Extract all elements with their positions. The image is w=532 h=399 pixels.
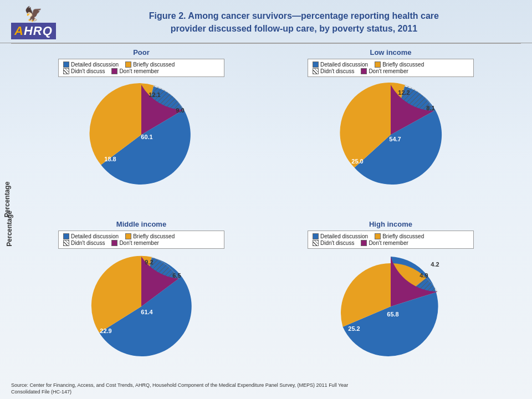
legend-briefly-2: Briefly discussed xyxy=(382,62,424,68)
chart-high-income-legend: Detailed discussion Briefly discussed Di… xyxy=(308,231,474,249)
legend-swatch-hatched-4 xyxy=(313,240,319,246)
legend-briefly-3: Briefly discussed xyxy=(133,233,175,239)
legend-detailed-4: Detailed discussion xyxy=(320,233,368,239)
legend-swatch-gold-3 xyxy=(125,233,131,239)
legend-swatch-purple-2 xyxy=(361,68,367,74)
pie-poor-svg xyxy=(86,79,197,190)
chart-low-income-legend: Detailed discussion Briefly discussed Di… xyxy=(308,59,474,77)
legend-didnt: Didn't discuss xyxy=(71,68,105,74)
pie-low-income: 54.7 25.0 12.2 8.1 xyxy=(335,79,446,190)
y-axis-label: Percentage xyxy=(6,211,13,247)
pie-high-income: 65.8 25.2 4.9 4.2 xyxy=(335,251,446,362)
ahrq-logo: AHRQ xyxy=(11,23,56,39)
legend-briefly: Briefly discussed xyxy=(133,62,175,68)
chart-high-income-title: High income xyxy=(369,220,412,228)
pie-low-income-svg xyxy=(335,79,446,190)
chart-high-income: High income Detailed discussion Briefly … xyxy=(266,216,515,387)
pie-middle-income: 61.4 22.9 9.2 6.5 xyxy=(86,251,197,362)
legend-swatch-blue-2 xyxy=(313,62,319,68)
legend-swatch-hatched-2 xyxy=(313,68,319,74)
legend-dont-2: Don't remember xyxy=(369,68,408,74)
legend-dont: Don't remember xyxy=(119,68,158,74)
legend-dont-3: Don't remember xyxy=(119,240,158,246)
legend-dont-4: Don't remember xyxy=(369,240,408,246)
pie-poor: 60.1 18.8 12.1 9.0 xyxy=(86,79,197,190)
legend-swatch-blue xyxy=(63,62,69,68)
main-title: Figure 2. Among cancer survivors—percent… xyxy=(67,10,521,35)
legend-swatch-gold-4 xyxy=(375,233,381,239)
chart-low-income: Low income Detailed discussion Briefly d… xyxy=(266,44,515,216)
source-text: Source: Center for Financing, Access, an… xyxy=(11,375,348,396)
legend-swatch-blue-4 xyxy=(313,233,319,239)
logo-area: 🦅 AHRQ xyxy=(11,6,56,39)
chart-low-income-title: Low income xyxy=(370,48,411,57)
legend-briefly-4: Briefly discussed xyxy=(382,233,424,239)
legend-swatch-purple-3 xyxy=(111,240,117,246)
legend-swatch-hatched-3 xyxy=(63,240,69,246)
legend-swatch-gold-2 xyxy=(375,62,381,68)
chart-poor-legend: Detailed discussion Briefly discussed Di… xyxy=(58,59,224,77)
legend-didnt-4: Didn't discuss xyxy=(320,240,354,246)
chart-middle-income: Middle income Detailed discussion Briefl… xyxy=(17,216,266,387)
legend-swatch-blue-3 xyxy=(63,233,69,239)
chart-middle-income-legend: Detailed discussion Briefly discussed Di… xyxy=(58,231,224,249)
legend-detailed-3: Detailed discussion xyxy=(71,233,119,239)
legend-detailed-2: Detailed discussion xyxy=(320,62,368,68)
legend-swatch-purple xyxy=(111,68,117,74)
pie-high-income-svg xyxy=(335,251,446,362)
pie-middle-income-svg xyxy=(86,251,197,362)
chart-poor-title: Poor xyxy=(133,48,150,57)
legend-didnt-2: Didn't discuss xyxy=(320,68,354,74)
legend-swatch-hatched xyxy=(63,68,69,74)
header: 🦅 AHRQ Figure 2. Among cancer survivors—… xyxy=(0,0,532,43)
chart-middle-income-title: Middle income xyxy=(116,220,166,228)
legend-didnt-3: Didn't discuss xyxy=(71,240,105,246)
charts-container: Poor Detailed discussion Briefly discuss… xyxy=(0,44,532,387)
title-area: Figure 2. Among cancer survivors—percent… xyxy=(67,10,521,35)
eagle-icon: 🦅 xyxy=(24,6,42,23)
chart-poor: Poor Detailed discussion Briefly discuss… xyxy=(17,44,266,216)
legend-swatch-purple-4 xyxy=(361,240,367,246)
legend-detailed: Detailed discussion xyxy=(71,62,119,68)
legend-swatch-gold xyxy=(125,62,131,68)
